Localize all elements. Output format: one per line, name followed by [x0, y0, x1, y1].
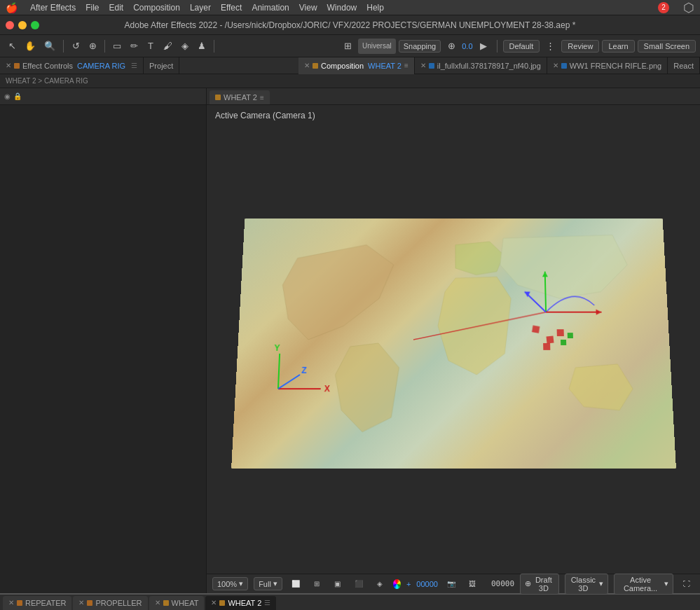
tab-footage[interactable]: ✕ WW1 FRENCH RIFLE.png	[547, 57, 668, 74]
menu-file[interactable]: File	[85, 3, 99, 13]
footage-file-label: WW1 FRENCH RIFLE.png	[570, 62, 661, 70]
menu-window[interactable]: Window	[327, 3, 357, 13]
layer-color-icon	[429, 63, 434, 69]
apple-menu[interactable]: 🍎	[6, 2, 18, 13]
wheat-comp-name: WHEAT 2	[368, 62, 402, 70]
view-mode-icon-5[interactable]: ◈	[372, 576, 387, 592]
add-marker-btn[interactable]: +	[406, 580, 411, 588]
text-tool[interactable]: T	[143, 39, 158, 54]
comp-tab-wheat2-label: WHEAT 2	[224, 93, 257, 102]
camera-control[interactable]: Active Camera... ▾	[614, 574, 673, 595]
tab-wheat2[interactable]: ✕ WHEAT 2 ☰	[205, 596, 276, 610]
zoom-tool[interactable]: 🔍	[41, 39, 59, 54]
comp-tab-wheat2[interactable]: WHEAT 2 ≡	[210, 90, 270, 104]
small-screen-workspace-button[interactable]: Small Screen	[638, 40, 696, 53]
wheat2-menu-icon[interactable]: ☰	[264, 599, 270, 606]
window-title: Adobe After Effects 2022 - /Users/nick/D…	[125, 20, 576, 30]
svg-text:Z: Z	[301, 365, 307, 374]
hand-tool[interactable]: ✋	[21, 39, 39, 54]
review-workspace-button[interactable]: Review	[561, 40, 599, 53]
viewer-content: Active Camera (Camera 1)	[207, 105, 700, 574]
selection-tool[interactable]: ↖	[4, 39, 20, 54]
titlebar: Adobe After Effects 2022 - /Users/nick/D…	[0, 15, 700, 35]
panel-options-icon[interactable]: ☰	[131, 62, 137, 69]
quality-control[interactable]: Full ▾	[254, 577, 282, 590]
render-mode-label: Draft 3D	[533, 576, 554, 592]
repeater-label: REPEATER	[25, 599, 66, 607]
renderer-label: Classic 3D	[570, 576, 597, 592]
camera-orbit-tool[interactable]: ⊕	[85, 39, 100, 54]
tab-propeller[interactable]: ✕ PROPELLER	[73, 596, 147, 610]
react-label: React	[673, 62, 694, 70]
menu-edit[interactable]: Edit	[109, 3, 123, 13]
tab-repeater[interactable]: ✕ REPEATER	[3, 596, 71, 610]
renderer-dropdown-icon: ▾	[599, 579, 603, 588]
panel-toggle-icon[interactable]: ◉	[4, 92, 11, 100]
menu-ae[interactable]: After Effects	[30, 3, 76, 13]
close-icon-comp[interactable]: ✕	[304, 62, 310, 69]
brush-tool[interactable]: 🖌	[160, 39, 176, 54]
default-workspace-button[interactable]: Default	[503, 40, 540, 53]
close-icon-layer[interactable]: ✕	[420, 62, 426, 69]
comp-tab-menu[interactable]: ≡	[260, 94, 264, 102]
close-button[interactable]	[6, 21, 14, 29]
view-mode-icon-3[interactable]: ▣	[330, 576, 345, 592]
renderer-control[interactable]: Classic 3D ▾	[565, 574, 608, 595]
tab-composition[interactable]: ✕ Composition WHEAT 2 ≡	[298, 57, 415, 74]
puppet-tool[interactable]: ♟	[194, 39, 210, 54]
tab-react[interactable]: React	[668, 57, 700, 74]
maximize-button[interactable]	[31, 21, 39, 29]
panel-lock-icon[interactable]: 🔒	[13, 92, 22, 100]
close-propeller-icon[interactable]: ✕	[78, 599, 84, 606]
align-tool[interactable]: ⊞	[340, 39, 355, 54]
menu-composition[interactable]: Composition	[133, 3, 180, 13]
menu-layer[interactable]: Layer	[190, 3, 211, 13]
close-icon-ec[interactable]: ✕	[6, 62, 11, 69]
render-mode-control[interactable]: ⊕ Draft 3D	[520, 574, 559, 595]
viewer-map: X Y Z	[231, 219, 676, 469]
magnet-icon[interactable]: ⊕	[444, 39, 459, 54]
zoom-value: 100%	[217, 580, 237, 588]
menu-help[interactable]: Help	[366, 3, 384, 13]
active-camera-label: Active Camera (Camera 1)	[215, 111, 315, 120]
view-mode-icon-2[interactable]: ⊞	[309, 576, 324, 592]
menu-animation[interactable]: Animation	[252, 3, 289, 13]
full-screen-btn[interactable]: ⛶	[679, 576, 694, 592]
comp-expand-icon[interactable]: ≡	[404, 62, 409, 69]
pen-tool[interactable]: ✏	[126, 39, 142, 54]
color-picker-icon[interactable]	[393, 579, 401, 589]
tab-project[interactable]: Project	[144, 57, 179, 74]
svg-text:X: X	[324, 383, 330, 392]
svg-text:Y: Y	[274, 342, 280, 352]
rect-tool[interactable]: ▭	[109, 39, 125, 54]
universal-button[interactable]: Universal	[358, 39, 396, 54]
magnet-value-viewer: 00000	[416, 580, 438, 588]
view-mode-icon-1[interactable]: ⬜	[288, 576, 303, 592]
minimize-button[interactable]	[18, 21, 27, 29]
close-wheat2-icon[interactable]: ✕	[211, 599, 217, 606]
svg-rect-17	[561, 340, 566, 345]
close-icon-footage[interactable]: ✕	[553, 62, 558, 69]
view-mode-icon-4[interactable]: ⬛	[351, 576, 366, 592]
propeller-icon	[87, 600, 92, 606]
tab-effect-controls[interactable]: ✕ Effect Controls CAMERA RIG ☰	[0, 57, 144, 74]
tab-wheat[interactable]: ✕ WHEAT	[149, 596, 205, 610]
snapshot-btn[interactable]: 📷	[444, 576, 459, 592]
viewer-bottom-controls: 100% ▾ Full ▾ ⬜ ⊞ ▣ ⬛ ◈ + 00000 📷 🖼 0000…	[207, 574, 700, 593]
close-wheat-icon[interactable]: ✕	[155, 599, 160, 606]
rotate-tool[interactable]: ↺	[68, 39, 83, 54]
preview-button[interactable]: ▶	[476, 39, 491, 54]
zoom-dropdown-icon: ▾	[239, 579, 243, 588]
clone-tool[interactable]: ◈	[177, 39, 193, 54]
breadcrumb: WHEAT 2 > CAMERA RIG	[0, 74, 700, 88]
menu-effect[interactable]: Effect	[221, 3, 242, 13]
show-snapshot-btn[interactable]: 🖼	[465, 576, 480, 592]
tab-layer[interactable]: ✕ il_fullxfull.378178917_nf40.jpg	[415, 57, 547, 74]
zoom-control[interactable]: 100% ▾	[212, 577, 248, 590]
workspace-menu-icon[interactable]: ⋮	[542, 39, 558, 54]
menu-view[interactable]: View	[299, 3, 317, 13]
snapping-button[interactable]: Snapping	[399, 40, 441, 53]
close-repeater-icon[interactable]: ✕	[8, 599, 14, 606]
learn-workspace-button[interactable]: Learn	[602, 40, 634, 53]
wheat2-label: WHEAT 2	[228, 599, 261, 607]
